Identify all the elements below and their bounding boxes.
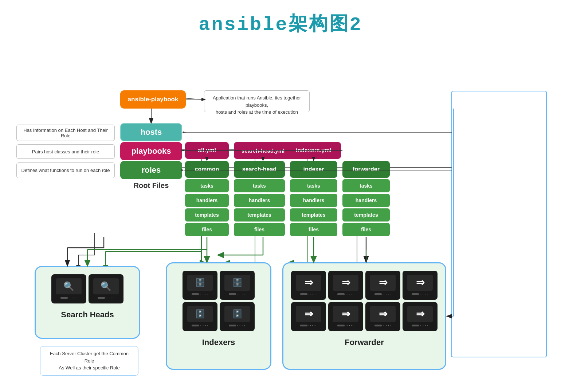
idx-led-1 <box>192 293 199 295</box>
fwd-dots-6: ····· <box>346 324 354 328</box>
idx-screen-3 <box>187 306 213 322</box>
fwd-server-7: ····· <box>365 302 400 331</box>
indexer-role-box: indexer <box>290 161 337 178</box>
common-handlers: handlers <box>185 194 229 207</box>
idx-screen-2 <box>224 275 250 291</box>
fwd-dots-5: ····· <box>309 324 317 328</box>
indexers-yml-label: indexers.yml <box>296 147 332 154</box>
fwd-server-5: ····· <box>291 302 326 331</box>
sh-files: files <box>234 223 285 236</box>
fwd-tasks: tasks <box>342 179 390 192</box>
fwd-dots-1: ····· <box>309 292 317 296</box>
ansible-desc-line2: hosts and roles at the time of execution <box>216 109 298 115</box>
idx-dots-2: ····· <box>237 292 246 296</box>
common-role-label: common <box>195 166 219 173</box>
ansible-playbook-box: ansible-playbook <box>120 90 186 109</box>
roles-desc-box: Defines what functions to run on each ro… <box>16 162 115 178</box>
playbooks-box: playbooks <box>120 142 182 160</box>
fwd-dots-3: ····· <box>383 292 392 296</box>
sh-templates-label: templates <box>247 212 271 218</box>
all-yml-label: all.yml <box>198 147 216 154</box>
fwd-server-6: ····· <box>328 302 363 331</box>
cluster-note-label: Each Server Cluster get the Common RoleA… <box>50 351 129 371</box>
fwd-server-8: ····· <box>403 302 438 331</box>
sh-templates: templates <box>234 208 285 222</box>
fwd-screen-8 <box>407 306 433 322</box>
idx-templates: templates <box>290 208 337 222</box>
ansible-desc-box: Application that runs Ansible, ties toge… <box>204 90 310 112</box>
server-screen-1 <box>56 278 82 294</box>
root-files-label: Root Files <box>120 181 182 190</box>
idx-server-3: ····· <box>183 302 217 331</box>
server-led-1 <box>60 297 68 299</box>
forwarder-role-label: forwarder <box>353 166 380 173</box>
fwd-bottom-7: ····· <box>374 324 392 328</box>
fwd-files-label: files <box>361 227 371 232</box>
idx-handlers: handlers <box>290 194 337 207</box>
common-handlers-label: handlers <box>196 197 217 203</box>
server-bottom-1: ····· <box>60 296 78 300</box>
playbooks-label: playbooks <box>132 146 171 156</box>
idx-dots-4: ····· <box>237 324 246 328</box>
idx-files-label: files <box>309 227 319 232</box>
indexer-role-label: indexer <box>303 166 324 173</box>
fwd-led-3 <box>374 293 382 295</box>
sh-handlers-label: handlers <box>249 197 270 203</box>
common-tasks: tasks <box>185 179 229 192</box>
fwd-bottom-4: ····· <box>412 292 429 296</box>
hosts-box: hosts <box>120 123 182 141</box>
fwd-screen-5 <box>296 306 321 322</box>
common-files: files <box>185 223 229 236</box>
server-bottom-2: ····· <box>98 296 115 300</box>
fwd-dots-8: ····· <box>420 324 429 328</box>
fwd-server-3: ····· <box>365 271 400 300</box>
idx-server-1: ····· <box>183 271 217 300</box>
search-server-2: ····· <box>89 274 123 303</box>
server-dots-2: ····· <box>106 296 115 300</box>
ansible-desc-line1: Application that runs Ansible, ties toge… <box>213 95 301 108</box>
idx-led-4 <box>229 325 236 326</box>
common-tasks-label: tasks <box>200 183 213 189</box>
forwarder-label: Forwarder <box>345 338 384 347</box>
page-title: ansible架构图2 <box>0 0 561 44</box>
fwd-led-7 <box>374 325 382 326</box>
fwd-dots-2: ····· <box>346 292 354 296</box>
fwd-server-4: ····· <box>403 271 438 300</box>
roles-desc-label: Defines what functions to run on each ro… <box>21 168 110 173</box>
search-head-yml-label: search-head.yml <box>242 148 285 154</box>
idx-files: files <box>290 223 337 236</box>
search-head-yml-box: search-head.yml <box>234 142 292 159</box>
idx-bottom-4: ····· <box>229 324 246 328</box>
idx-templates-label: templates <box>302 212 325 218</box>
common-files-label: files <box>202 227 212 232</box>
fwd-led-4 <box>412 293 419 295</box>
idx-server-2: ····· <box>220 271 255 300</box>
fwd-bottom-3: ····· <box>374 292 392 296</box>
server-dots-1: ····· <box>69 296 78 300</box>
common-role-box: common <box>185 161 229 178</box>
sh-tasks: tasks <box>234 179 285 192</box>
idx-led-3 <box>192 325 199 326</box>
fwd-handlers-label: handlers <box>356 197 377 203</box>
fwd-server-2: ····· <box>328 271 363 300</box>
fwd-screen-1 <box>296 275 321 291</box>
fwd-tasks-label: tasks <box>360 183 373 189</box>
fwd-screen-6 <box>333 306 358 322</box>
fwd-server-1: ····· <box>291 271 326 300</box>
forwarder-role-box: forwarder <box>342 161 390 178</box>
common-templates: templates <box>185 208 229 222</box>
fwd-bottom-8: ····· <box>412 324 429 328</box>
idx-dots-1: ····· <box>200 292 209 296</box>
hosts-desc-label: Has Information on Each Host and Their R… <box>20 128 111 138</box>
fwd-screen-2 <box>333 275 358 291</box>
idx-screen-4 <box>224 306 250 322</box>
svg-marker-37 <box>182 149 184 152</box>
sh-tasks-label: tasks <box>253 183 266 189</box>
common-templates-label: templates <box>195 212 219 218</box>
search-head-role-box: search-head <box>234 161 285 178</box>
indexers-label: Indexers <box>202 338 235 347</box>
fwd-dots-7: ····· <box>383 324 392 328</box>
fwd-bottom-2: ····· <box>337 292 354 296</box>
idx-dots-3: ····· <box>200 324 209 328</box>
server-led-2 <box>98 297 105 299</box>
